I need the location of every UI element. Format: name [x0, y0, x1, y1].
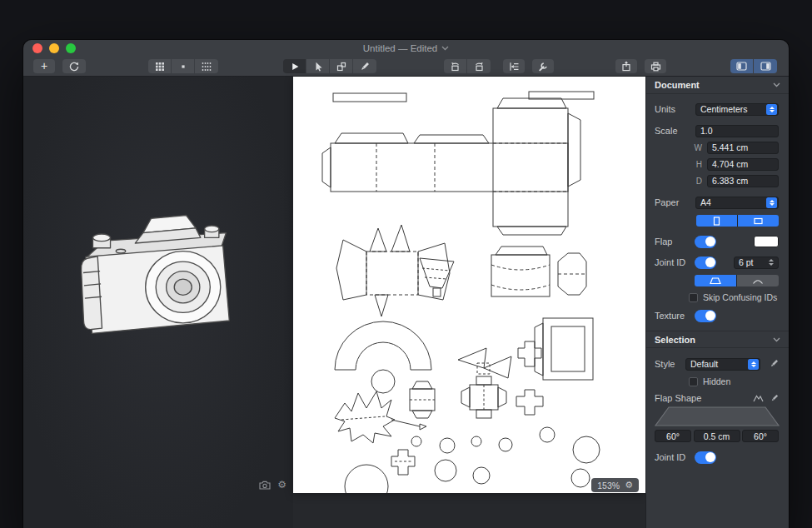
- selection-joint-id-toggle[interactable]: [695, 451, 716, 464]
- printer-icon: [650, 62, 661, 72]
- flap-color-well[interactable]: [754, 236, 779, 247]
- camera-3d-model[interactable]: [63, 192, 255, 354]
- share-button[interactable]: [615, 59, 637, 73]
- orientation-row: [646, 214, 789, 227]
- flap-shape-preview[interactable]: [655, 406, 780, 427]
- rotate-left-button[interactable]: [444, 59, 467, 73]
- paper-row: Paper A4: [646, 196, 789, 209]
- joint-id-toggle[interactable]: [695, 257, 716, 269]
- depth-input[interactable]: 6.383 cm: [707, 175, 779, 187]
- left-panel-icon: [736, 62, 747, 71]
- flap-angle-left-value: 60°: [666, 431, 680, 441]
- flap-angle-right-value: 60°: [754, 431, 767, 441]
- rotate-group: [444, 59, 491, 73]
- trapezoid-flap-icon: [710, 276, 721, 285]
- align-icon: [509, 62, 520, 72]
- refresh-button[interactable]: [62, 59, 86, 73]
- single-dot-icon: [178, 62, 188, 72]
- style-label: Style: [655, 359, 685, 369]
- window-title-text: Untitled — Edited: [363, 43, 438, 53]
- texture-row: Texture: [646, 309, 789, 322]
- scale-row: Scale 1.0: [646, 124, 789, 137]
- units-row: Units Centimeters: [646, 102, 789, 116]
- joint-id-row: Joint ID 6 pt: [646, 256, 789, 269]
- flap-angle-right-input[interactable]: 60°: [742, 430, 779, 442]
- canvas-settings-gear-icon[interactable]: ⚙: [625, 481, 633, 490]
- selection-section-header[interactable]: Selection: [646, 331, 789, 348]
- width-input[interactable]: 5.441 cm: [707, 142, 779, 154]
- portrait-option[interactable]: [696, 215, 737, 227]
- transform-tool-button[interactable]: [330, 59, 353, 73]
- hidden-row: Hidden: [646, 376, 789, 387]
- unfold-button[interactable]: [283, 59, 306, 73]
- depth-value: 6.383 cm: [712, 176, 748, 186]
- arrange-grid-button[interactable]: [148, 59, 172, 73]
- flap-height-input[interactable]: 0.5 cm: [694, 430, 740, 442]
- units-dropdown[interactable]: Centimeters: [695, 103, 779, 116]
- skip-confusing-ids-checkbox[interactable]: [689, 293, 698, 302]
- close-button[interactable]: [32, 43, 42, 53]
- print-button[interactable]: [645, 59, 666, 73]
- selection-section-title: Selection: [655, 335, 695, 345]
- height-input[interactable]: 4.704 cm: [707, 158, 779, 171]
- landscape-option[interactable]: [738, 215, 779, 227]
- camera-icon[interactable]: [259, 481, 271, 490]
- rotate-right-button[interactable]: [467, 59, 491, 73]
- paper-sheet[interactable]: [293, 77, 645, 493]
- window-title[interactable]: Untitled — Edited: [363, 43, 450, 53]
- flap-angle-left-input[interactable]: 60°: [655, 430, 691, 442]
- flap-presets-icon[interactable]: [753, 394, 764, 402]
- add-button[interactable]: +: [33, 59, 55, 73]
- panel-toggle-group: [730, 59, 777, 73]
- tool-group: [283, 59, 376, 73]
- main-content: ⚙: [23, 77, 789, 528]
- hidden-checkbox[interactable]: [689, 377, 698, 386]
- tools-button[interactable]: [532, 59, 554, 73]
- style-value: Default: [690, 359, 718, 369]
- minimize-button[interactable]: [49, 43, 59, 53]
- viewport-settings-gear-icon[interactable]: ⚙: [277, 480, 286, 490]
- inspector-sidebar: Document Units Centimeters Scale 1.0 W: [645, 77, 789, 528]
- draw-tool-button[interactable]: [353, 59, 376, 73]
- zoom-control[interactable]: 153% ⚙: [591, 478, 639, 492]
- share-icon: [621, 61, 631, 72]
- style-dropdown[interactable]: Default: [685, 358, 760, 371]
- toggle-right-panel-button[interactable]: [754, 59, 777, 73]
- selection-joint-id-label: Joint ID: [655, 452, 695, 462]
- edit-flap-icon[interactable]: [770, 394, 779, 402]
- flap-style-row: [646, 274, 789, 287]
- toolbar: +: [23, 57, 789, 77]
- grid-icon: [155, 62, 165, 72]
- select-tool-button[interactable]: [306, 59, 330, 73]
- zoom-level: 153%: [597, 481, 620, 491]
- align-button[interactable]: [503, 59, 525, 73]
- 3d-viewport[interactable]: ⚙: [23, 77, 293, 528]
- depth-row: D 6.383 cm: [646, 174, 789, 187]
- rounded-flap-icon: [752, 276, 764, 285]
- title-bar[interactable]: Untitled — Edited: [23, 40, 789, 57]
- stepper-arrows-icon[interactable]: [769, 259, 774, 266]
- orientation-segmented-control: [696, 215, 779, 227]
- rotate-left-icon: [450, 62, 461, 72]
- document-section-header[interactable]: Document: [646, 77, 789, 94]
- toggle-left-panel-button[interactable]: [730, 59, 754, 73]
- traffic-lights: [32, 43, 76, 53]
- arrange-single-button[interactable]: [172, 59, 195, 73]
- trapezoid-flap-option[interactable]: [695, 275, 736, 286]
- rounded-flap-option[interactable]: [737, 275, 779, 286]
- fullscreen-button[interactable]: [66, 43, 76, 53]
- pencil-icon: [360, 62, 370, 72]
- joint-id-size-stepper[interactable]: 6 pt: [734, 257, 779, 269]
- flap-toggle[interactable]: [695, 236, 716, 248]
- arrange-dots-button[interactable]: [195, 59, 218, 73]
- scale-value: 1.0: [700, 126, 713, 136]
- edit-style-button[interactable]: [770, 359, 779, 370]
- arrange-group: [148, 59, 218, 73]
- pattern-canvas[interactable]: 153% ⚙: [293, 77, 645, 528]
- texture-toggle[interactable]: [695, 310, 716, 322]
- landscape-page-icon: [754, 217, 763, 225]
- paper-dropdown[interactable]: A4: [695, 197, 779, 209]
- plus-icon: +: [41, 60, 47, 72]
- scale-input[interactable]: 1.0: [695, 125, 779, 137]
- skip-confusing-ids-row: Skip Confusing IDs: [646, 291, 789, 303]
